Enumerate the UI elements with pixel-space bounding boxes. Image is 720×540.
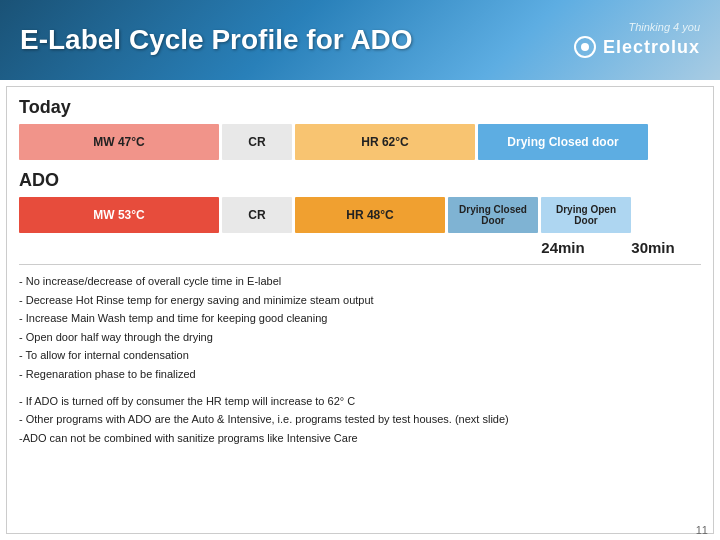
divider (19, 264, 701, 265)
ado-section-label: ADO (19, 170, 701, 191)
note-line: - Decrease Hot Rinse temp for energy sav… (19, 292, 701, 310)
note-line: - Increase Main Wash temp and time for k… (19, 310, 701, 328)
ado-cycle-row: MW 53°C CR HR 48°C Drying Closed Door Dr… (19, 197, 701, 233)
today-section-label: Today (19, 97, 701, 118)
ado-dry-open-block: Drying Open Door (541, 197, 631, 233)
note-line: - Open door half way through the drying (19, 329, 701, 347)
time-label-24: 24min (518, 239, 608, 256)
note-line: - No increase/decrease of overall cycle … (19, 273, 701, 291)
brand-name: Electrolux (603, 37, 700, 58)
electrolux-icon (573, 35, 597, 59)
today-mw-block: MW 47°C (19, 124, 219, 160)
brand-logo: Thinking 4 you Electrolux (573, 21, 700, 59)
ado-hr-block: HR 48°C (295, 197, 445, 233)
ado-cr-block: CR (222, 197, 292, 233)
electrolux-logo: Electrolux (573, 35, 700, 59)
today-cycle-row: MW 47°C CR HR 62°C Drying Closed door (19, 124, 701, 160)
today-dry-block: Drying Closed door (478, 124, 648, 160)
page-title: E-Label Cycle Profile for ADO (20, 24, 413, 56)
page-number: 11 (696, 524, 708, 536)
time-row: 24min 30min (19, 239, 701, 256)
note-line: - Other programs with ADO are the Auto &… (19, 411, 701, 429)
svg-point-1 (581, 43, 589, 51)
main-content: Today MW 47°C CR HR 62°C Drying Closed d… (6, 86, 714, 534)
time-label-30: 30min (608, 239, 698, 256)
note-line: - Regenaration phase to be finalized (19, 366, 701, 384)
note-line: - To allow for internal condensation (19, 347, 701, 365)
today-hr-block: HR 62°C (295, 124, 475, 160)
note-line: -ADO can not be combined with sanitize p… (19, 430, 701, 448)
ado-mw-block: MW 53°C (19, 197, 219, 233)
ado-dry-closed-block: Drying Closed Door (448, 197, 538, 233)
today-cr-block: CR (222, 124, 292, 160)
header: E-Label Cycle Profile for ADO Thinking 4… (0, 0, 720, 80)
notes-section: - No increase/decrease of overall cycle … (19, 273, 701, 447)
note-line: - If ADO is turned off by consumer the H… (19, 393, 701, 411)
tagline: Thinking 4 you (628, 21, 700, 33)
